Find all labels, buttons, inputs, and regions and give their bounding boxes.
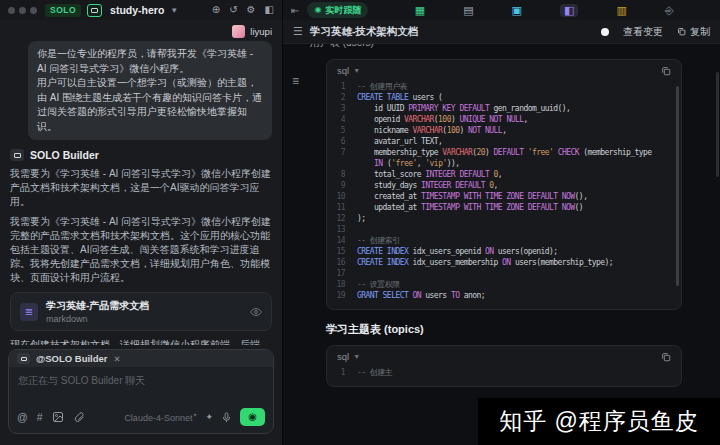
mention-label: @SOLO Builder <box>36 353 108 364</box>
left-topbar: SOLO study-hero ▼ ⊕ ↺ ⚙ ◧ <box>0 0 282 20</box>
realtime-follow-badge[interactable]: ◉ 实时跟随 <box>307 2 368 18</box>
copy-code-icon[interactable] <box>661 352 671 362</box>
document-content[interactable]: ≡ 用户表 (users) sql ▼ 1-- 创建用户表2CREATE TAB… <box>283 44 720 445</box>
design-tool-icon[interactable]: ▤ <box>463 5 473 16</box>
sql-code-topics[interactable]: 1-- 创建主 <box>327 365 681 386</box>
topic-hash-icon[interactable]: # <box>37 412 43 423</box>
copy-icon <box>677 27 686 36</box>
solo-mode-badge[interactable]: SOLO <box>45 4 81 17</box>
clipped-heading: 用户表 (users) <box>310 44 720 51</box>
code-line: 18-- 设置权限 <box>327 279 673 290</box>
code-block-users: sql ▼ 1-- 创建用户表2CREATE TABLE users (3 id… <box>326 59 682 310</box>
code-block-topics: sql ▼ 1-- 创建主 <box>326 345 682 387</box>
code-line: 16CREATE INDEX idx_users_membership ON u… <box>327 257 673 268</box>
window-maximize-icon[interactable] <box>30 7 37 14</box>
send-icon: ◉ <box>248 412 257 422</box>
attachment-clip-icon[interactable] <box>73 411 85 423</box>
code-line: 14-- 创建索引 <box>327 235 673 246</box>
tool-switcher: ▦ ▤ ▣ ◧ ▥ ⎆ <box>376 4 712 17</box>
assistant-paragraph: 现在创建技术架构文档，详细规划微信小程序前端、后端API服务、AI集成方案和数据… <box>10 338 272 345</box>
plugin-icon[interactable]: ⎆ <box>665 5 674 16</box>
assistant-paragraph: 我需要为《学习英雄 - AI 问答引导式学习》微信小程序创建产品文档和技术架构文… <box>10 167 272 209</box>
sql-code-users[interactable]: 1-- 创建用户表2CREATE TABLE users (3 id UUID … <box>327 79 681 309</box>
layout-toggle-icon[interactable]: ◧ <box>265 5 274 15</box>
document-card-prd[interactable]: ≣ 学习英雄-产品需求文档 markdown <box>10 292 272 331</box>
send-button[interactable]: ◉ <box>240 408 265 426</box>
settings-gear-icon[interactable]: ⚙ <box>247 5 256 15</box>
code-line: 1-- 创建主 <box>327 367 673 378</box>
history-icon[interactable]: ↺ <box>229 5 237 15</box>
copy-code-icon[interactable] <box>661 66 671 76</box>
code-line: 15CREATE INDEX idx_users_openid ON users… <box>327 246 673 257</box>
code-language-select[interactable]: sql <box>337 351 349 362</box>
code-language-select[interactable]: sql <box>337 65 349 76</box>
document-card-format: markdown <box>46 314 149 324</box>
document-icon: ≣ <box>20 303 38 321</box>
code-scrollbar[interactable] <box>676 86 679 286</box>
code-line: 11 updated_at TIMESTAMP WITH TIME ZONE D… <box>327 202 673 213</box>
microphone-icon[interactable] <box>221 412 232 423</box>
chat-scroll-area[interactable]: liyupi 你是一位专业的程序员，请帮我开发《学习英雄 - AI 问答引导式学… <box>0 20 282 345</box>
document-title: 学习英雄-技术架构文档 <box>310 25 419 39</box>
solo-builder-icon <box>10 149 24 161</box>
document-card-title: 学习英雄-产品需求文档 <box>46 299 149 313</box>
terminal-tool-icon[interactable]: ▣ <box>512 5 522 16</box>
view-changes-button[interactable]: 查看变更 <box>623 25 663 39</box>
assistant-header: SOLO Builder <box>10 149 272 161</box>
document-header: ☰ 学习英雄-技术架构文档 查看变更 复制 <box>283 20 720 44</box>
window-minimize-icon[interactable] <box>19 7 26 14</box>
user-name: liyupi <box>250 26 272 37</box>
status-dot-icon <box>601 28 609 36</box>
user-avatar <box>232 25 245 38</box>
code-line: 5 nickname VARCHAR(100) NOT NULL, <box>327 125 673 136</box>
view-eye-icon[interactable] <box>250 306 262 318</box>
app-window: SOLO study-hero ▼ ⊕ ↺ ⚙ ◧ liyupi 你是一位专业的… <box>0 0 720 445</box>
chat-panel: SOLO study-hero ▼ ⊕ ↺ ⚙ ◧ liyupi 你是一位专业的… <box>0 0 283 445</box>
code-line: 2CREATE TABLE users ( <box>327 92 673 103</box>
code-line: 12); <box>327 213 673 224</box>
user-message-bubble: 你是一位专业的程序员，请帮我开发《学习英雄 - AI 问答引导式学习》微信小程序… <box>28 41 272 140</box>
chevron-down-icon: ▼ <box>353 67 360 74</box>
preview-panel: ⇤ ◉ 实时跟随 ▦ ▤ ▣ ◧ ▥ ⎆ ☰ 学习英雄-技术架构文档 查看变更 <box>283 0 720 445</box>
window-controls[interactable] <box>8 7 37 14</box>
follow-dot-icon: ◉ <box>314 6 321 14</box>
chevron-down-icon[interactable]: ▼ <box>170 6 178 15</box>
code-line: 13 <box>327 224 673 235</box>
code-line: 19GRANT SELECT ON users TO anon; <box>327 290 673 301</box>
code-line: 3 id UUID PRIMARY KEY DEFAULT gen_random… <box>327 103 673 114</box>
solo-builder-icon <box>17 353 30 364</box>
user-row: liyupi <box>10 25 272 38</box>
code-line: 10 created_at TIMESTAMP WITH TIME ZONE D… <box>327 191 673 202</box>
watermark: 知乎 @程序员鱼皮 <box>478 398 720 445</box>
window-close-icon[interactable] <box>8 7 15 14</box>
code-line: 6 avatar_url TEXT, <box>327 136 673 147</box>
new-chat-icon[interactable]: ⊕ <box>212 5 220 15</box>
copy-document-button[interactable]: 复制 <box>677 25 710 39</box>
collapse-panel-icon[interactable]: ⇤ <box>291 5 299 16</box>
code-line: 8 total_score INTEGER DEFAULT 0, <box>327 169 673 180</box>
chevron-down-icon: ▼ <box>353 353 360 360</box>
editor-tool-icon[interactable]: ▦ <box>415 5 425 16</box>
solo-builder-icon[interactable] <box>87 4 102 17</box>
toc-icon[interactable]: ≡ <box>292 74 299 88</box>
enhance-sparkle-icon[interactable]: ✦ <box>205 412 213 422</box>
project-name[interactable]: study-hero <box>110 4 164 16</box>
browser-tool-icon[interactable]: ▥ <box>616 5 626 16</box>
assistant-name: SOLO Builder <box>30 149 99 161</box>
docs-tool-icon-active[interactable]: ◧ <box>560 4 578 17</box>
right-topbar: ⇤ ◉ 实时跟随 ▦ ▤ ▣ ◧ ▥ ⎆ <box>283 0 720 20</box>
outline-menu-icon[interactable]: ☰ <box>293 25 303 38</box>
code-line: 7 membership_type VARCHAR(20) DEFAULT 'f… <box>327 147 673 169</box>
mention-chip[interactable]: @SOLO Builder ✕ <box>9 350 273 367</box>
mention-at-icon[interactable]: @ <box>17 412 28 423</box>
panel-scrollbar[interactable] <box>716 72 719 177</box>
model-selector[interactable]: Claude-4-Sonnet✦ <box>124 411 197 423</box>
code-line: 17 <box>327 268 673 279</box>
chat-composer[interactable]: @SOLO Builder ✕ 您正在与 SOLO Builder 聊天 @ #… <box>8 349 274 434</box>
remove-mention-icon[interactable]: ✕ <box>114 354 121 364</box>
code-line: 1-- 创建用户表 <box>327 81 673 92</box>
assistant-paragraph: 我需要为《学习英雄 - AI 问答引导式学习》微信小程序创建完整的产品需求文档和… <box>10 215 272 285</box>
image-attach-icon[interactable] <box>52 411 64 423</box>
composer-toolbar: @ # Claude-4-Sonnet✦ ✦ ◉ <box>9 403 273 433</box>
message-input[interactable]: 您正在与 SOLO Builder 聊天 <box>9 367 273 403</box>
